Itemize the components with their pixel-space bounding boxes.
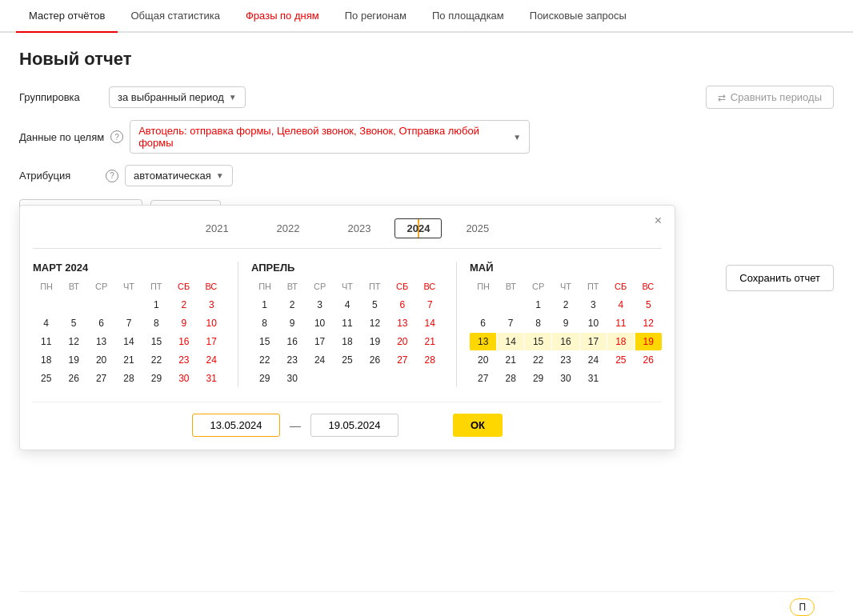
- cal-day[interactable]: 23: [552, 351, 579, 369]
- tab-general[interactable]: Общая статистика: [118, 0, 233, 33]
- cal-day[interactable]: 7: [115, 314, 142, 332]
- cal-day[interactable]: 18: [334, 333, 360, 350]
- save-report-btn[interactable]: Сохранить отчет: [726, 265, 834, 291]
- cal-day[interactable]: 26: [362, 351, 388, 369]
- cal-day[interactable]: 3: [198, 296, 225, 314]
- cal-day[interactable]: 10: [306, 314, 333, 332]
- year-2021[interactable]: 2021: [182, 219, 253, 238]
- cal-day[interactable]: 1: [143, 296, 170, 314]
- cal-day[interactable]: 12: [362, 314, 388, 332]
- cal-day[interactable]: 7: [417, 296, 443, 314]
- cal-day[interactable]: 22: [251, 351, 278, 369]
- cal-day[interactable]: 27: [88, 370, 114, 387]
- cal-day[interactable]: [33, 296, 59, 314]
- cal-day[interactable]: 22: [525, 351, 551, 369]
- cal-day[interactable]: 14: [115, 333, 142, 350]
- cal-day[interactable]: [88, 296, 114, 314]
- cal-day[interactable]: 19: [362, 333, 388, 350]
- date-to-input[interactable]: [310, 414, 398, 437]
- cal-day[interactable]: 17: [306, 333, 333, 350]
- cal-day[interactable]: 18: [33, 351, 59, 369]
- cal-day[interactable]: 13: [88, 333, 114, 350]
- cal-day[interactable]: 26: [60, 370, 86, 387]
- cal-day[interactable]: 14: [417, 314, 443, 332]
- year-2024[interactable]: 2024: [394, 218, 442, 238]
- cal-day-range[interactable]: 15: [525, 333, 551, 350]
- cal-day[interactable]: 26: [635, 351, 662, 369]
- cal-day[interactable]: 15: [143, 333, 170, 350]
- tab-master[interactable]: Мастер отчётов: [16, 0, 118, 33]
- cal-day[interactable]: 11: [607, 314, 634, 332]
- cal-day[interactable]: 20: [88, 351, 114, 369]
- attribution-dropdown[interactable]: автоматическая ▼: [125, 165, 233, 186]
- cal-day[interactable]: 24: [580, 351, 607, 369]
- cal-day[interactable]: 10: [580, 314, 607, 332]
- table-pill-btn[interactable]: П: [790, 598, 815, 616]
- cal-day[interactable]: 30: [552, 370, 579, 387]
- ok-button[interactable]: ОК: [453, 414, 503, 437]
- cal-day[interactable]: 8: [143, 314, 170, 332]
- tab-queries[interactable]: Поисковые запросы: [517, 0, 639, 33]
- cal-day[interactable]: 2: [278, 296, 305, 314]
- cal-day[interactable]: 31: [198, 370, 225, 387]
- cal-day[interactable]: 29: [525, 370, 551, 387]
- year-2022[interactable]: 2022: [253, 219, 324, 238]
- cal-day[interactable]: 21: [497, 351, 523, 369]
- cal-day[interactable]: 1: [525, 296, 551, 314]
- cal-day[interactable]: 3: [306, 296, 333, 314]
- cal-day[interactable]: 24: [306, 351, 333, 369]
- cal-day[interactable]: 10: [198, 314, 225, 332]
- cal-day[interactable]: 23: [278, 351, 305, 369]
- cal-day[interactable]: 29: [143, 370, 170, 387]
- cal-day[interactable]: 28: [115, 370, 142, 387]
- cal-day[interactable]: 31: [580, 370, 607, 387]
- tab-regions[interactable]: По регионам: [332, 0, 419, 33]
- cal-day[interactable]: 6: [88, 314, 114, 332]
- cal-day[interactable]: 3: [580, 296, 607, 314]
- cal-day[interactable]: 20: [470, 351, 496, 369]
- cal-day[interactable]: 11: [334, 314, 360, 332]
- cal-day[interactable]: 17: [198, 333, 225, 350]
- cal-day[interactable]: 22: [143, 351, 170, 369]
- cal-day[interactable]: 2: [552, 296, 579, 314]
- cal-day[interactable]: 21: [417, 333, 443, 350]
- cal-day[interactable]: 11: [33, 333, 59, 350]
- tab-phrases[interactable]: Фразы по дням: [233, 0, 332, 33]
- cal-day[interactable]: 27: [470, 370, 496, 387]
- year-2023[interactable]: 2023: [324, 219, 395, 238]
- cal-day[interactable]: 8: [251, 314, 278, 332]
- cal-day[interactable]: 16: [278, 333, 305, 350]
- cal-day[interactable]: 21: [115, 351, 142, 369]
- tab-sites[interactable]: По площадкам: [419, 0, 517, 33]
- cal-day[interactable]: 16: [170, 333, 197, 350]
- cal-day[interactable]: 12: [635, 314, 662, 332]
- cal-day[interactable]: 25: [33, 370, 59, 387]
- cal-day[interactable]: 6: [389, 296, 415, 314]
- cal-day[interactable]: 5: [635, 296, 662, 314]
- cal-day[interactable]: 30: [278, 370, 305, 387]
- goals-help-icon[interactable]: ?: [110, 130, 123, 143]
- cal-day[interactable]: 19: [60, 351, 86, 369]
- cal-day[interactable]: 5: [60, 314, 86, 332]
- cal-day[interactable]: 1: [251, 296, 278, 314]
- cal-day[interactable]: 25: [334, 351, 360, 369]
- cal-day[interactable]: 4: [334, 296, 360, 314]
- cal-day[interactable]: 24: [198, 351, 225, 369]
- cal-day[interactable]: 9: [170, 314, 197, 332]
- cal-day[interactable]: 15: [251, 333, 278, 350]
- cal-day[interactable]: 4: [607, 296, 634, 314]
- cal-day[interactable]: 8: [525, 314, 551, 332]
- cal-day[interactable]: 7: [497, 314, 523, 332]
- cal-day[interactable]: 23: [170, 351, 197, 369]
- cal-day[interactable]: 9: [552, 314, 579, 332]
- cal-day[interactable]: [115, 296, 142, 314]
- cal-day[interactable]: 28: [417, 351, 443, 369]
- cal-day[interactable]: 12: [60, 333, 86, 350]
- cal-day[interactable]: 25: [607, 351, 634, 369]
- cal-day-range[interactable]: 17: [580, 333, 607, 350]
- compare-periods-btn[interactable]: ⇄ Сравнить периоды: [706, 86, 834, 109]
- cal-day[interactable]: 9: [278, 314, 305, 332]
- cal-day-range[interactable]: 14: [497, 333, 523, 350]
- date-from-input[interactable]: [192, 414, 280, 437]
- cal-day[interactable]: 4: [33, 314, 59, 332]
